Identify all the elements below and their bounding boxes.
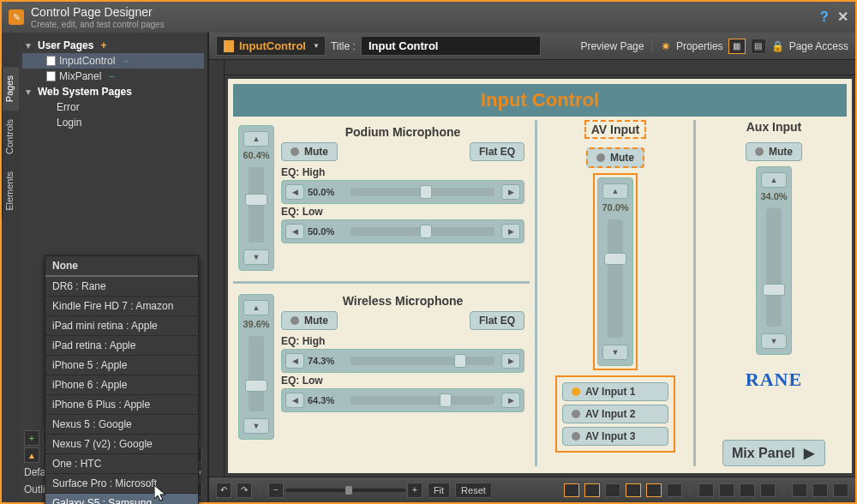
aux-level-fader[interactable]: ▲ 34.0% ▼ (756, 166, 792, 355)
down-button[interactable]: ▼ (602, 345, 628, 360)
distribute-tool[interactable] (719, 483, 734, 497)
close-icon[interactable]: ✕ (836, 10, 848, 22)
device-option[interactable]: Nexus 5 : Google (45, 415, 198, 435)
mute-button[interactable]: Mute (281, 311, 338, 330)
tab-controls[interactable]: Controls (2, 111, 19, 163)
page-tree: ▾ User Pages + InputControl ↔ MixPanel ↔… (19, 33, 207, 135)
add-page-icon[interactable]: + (100, 39, 106, 51)
device-option[interactable]: Kindle Fire HD 7 : Amazon (45, 297, 198, 316)
app-icon: ✎ (9, 9, 24, 25)
size-tool[interactable] (792, 483, 807, 497)
mix-panel-button[interactable]: Mix Panel▶ (722, 440, 825, 466)
tree-web-system[interactable]: ▾ Web System Pages (22, 84, 204, 99)
app-subtitle: Create, edit, and test control pages (31, 20, 165, 29)
device-option[interactable]: iPad mini retina : Apple (45, 316, 198, 336)
main-area: InputControl Title : Preview Page │ ✷ Pr… (209, 33, 855, 502)
zoom-slider[interactable]: − + (268, 483, 423, 498)
tree-item-inputcontrol[interactable]: InputControl ↔ (22, 53, 204, 69)
up-button[interactable]: ▲ (243, 131, 269, 147)
tree-user-pages[interactable]: ▾ User Pages + (22, 38, 204, 53)
av-level-fader[interactable]: ▲ 70.0% ▼ (597, 177, 633, 366)
podium-section: ▲ 60.4% ▼ Podium Microphone (233, 120, 530, 276)
side-tabs: Pages Controls Elements (2, 33, 19, 502)
down-button[interactable]: ▼ (761, 333, 787, 349)
add-button[interactable]: + (24, 430, 39, 446)
device-option[interactable]: iPhone 6 Plus : Apple (45, 395, 198, 415)
device-option[interactable]: One : HTC (45, 454, 198, 474)
device-dropdown[interactable]: None DR6 : Rane Kindle Fire HD 7 : Amazo… (45, 255, 199, 504)
av-source-1[interactable]: AV Input 1 (562, 382, 668, 401)
tree-item-login[interactable]: Login (22, 115, 204, 130)
redo-button[interactable]: ↷ (237, 483, 252, 498)
undo-button[interactable]: ↶ (216, 483, 231, 498)
mute-button[interactable]: Mute (746, 142, 802, 161)
left-panel: ▾ User Pages + InputControl ↔ MixPanel ↔… (19, 33, 209, 502)
page-icon (46, 71, 56, 81)
section-title: AV Input (584, 120, 647, 139)
device-option[interactable]: DR6 : Rane (45, 277, 198, 297)
move-up-button[interactable]: ▲ (24, 447, 39, 463)
up-button[interactable]: ▲ (243, 300, 269, 315)
section-title: Wireless Microphone (281, 294, 524, 308)
up-button[interactable]: ▲ (602, 183, 628, 199)
section-title: Aux Input (746, 120, 802, 134)
wireless-level-fader[interactable]: ▲ 39.6% ▼ (238, 294, 274, 440)
av-source-3[interactable]: AV Input 3 (562, 427, 668, 446)
main-toolbar: InputControl Title : Preview Page │ ✷ Pr… (209, 33, 855, 60)
eq-low-slider[interactable]: ◀50.0%▶ (281, 219, 524, 243)
podium-level-fader[interactable]: ▲ 60.4% ▼ (238, 125, 274, 271)
flat-eq-button[interactable]: Flat EQ (470, 142, 524, 161)
ruler-vertical (209, 60, 225, 477)
size-icon: ↔ (122, 57, 129, 65)
tab-pages[interactable]: Pages (2, 67, 19, 111)
align-tool[interactable] (626, 483, 641, 497)
device-option[interactable]: None (45, 256, 198, 277)
tree-item-mixpanel[interactable]: MixPanel ↔ (22, 69, 204, 84)
align-tool[interactable] (667, 483, 682, 497)
page-selector[interactable]: InputControl (216, 36, 326, 56)
page-access-link[interactable]: Page Access (789, 40, 848, 52)
distribute-tool[interactable] (740, 483, 755, 497)
flat-eq-button[interactable]: Flat EQ (470, 311, 524, 330)
help-icon[interactable]: ? (818, 10, 831, 24)
zoom-reset-button[interactable]: Reset (455, 483, 492, 498)
align-tool[interactable] (646, 483, 662, 497)
preview-page-link[interactable]: Preview Page (580, 40, 644, 52)
device-option[interactable]: iPhone 5 : Apple (45, 356, 198, 375)
down-button[interactable]: ▼ (243, 418, 269, 434)
tree-item-error[interactable]: Error (22, 99, 204, 115)
section-title: Podium Microphone (281, 125, 524, 139)
device-option[interactable]: Surface Pro : Microsoft (45, 474, 198, 494)
size-tool[interactable] (812, 483, 828, 497)
align-tool[interactable] (605, 483, 620, 497)
brand-logo: RANE (746, 369, 802, 391)
device-option[interactable]: Galaxy S5 : Samsung (45, 494, 198, 504)
grid-icon[interactable]: ▤ (751, 39, 766, 54)
eq-high-slider[interactable]: ◀74.3%▶ (281, 349, 524, 373)
design-canvas[interactable]: Input Control ▲ 60.4% (228, 79, 852, 473)
mute-button[interactable]: Mute (281, 142, 338, 161)
device-option[interactable]: iPad retina : Apple (45, 336, 198, 356)
av-source-2[interactable]: AV Input 2 (562, 405, 668, 423)
eq-low-slider[interactable]: ◀64.3%▶ (281, 388, 524, 412)
align-tool[interactable] (584, 483, 600, 497)
device-option[interactable]: Nexus 7 (v2) : Google (45, 435, 198, 454)
distribute-tool[interactable] (698, 483, 714, 497)
app-title: Control Page Designer (31, 5, 165, 19)
up-button[interactable]: ▲ (761, 172, 787, 188)
down-button[interactable]: ▼ (243, 249, 269, 265)
mute-button[interactable]: Mute (586, 147, 644, 168)
page-title-input[interactable] (361, 36, 541, 56)
chevron-down-icon: ▾ (26, 39, 34, 51)
app-window: ✎ Control Page Designer Create, edit, an… (0, 0, 857, 504)
distribute-tool[interactable] (760, 483, 776, 497)
title-label: Title : (331, 40, 356, 52)
size-tool[interactable] (833, 483, 848, 497)
properties-link[interactable]: Properties (676, 40, 723, 52)
zoom-fit-button[interactable]: Fit (428, 483, 450, 498)
align-tool[interactable] (564, 483, 579, 497)
eq-high-slider[interactable]: ◀50.0%▶ (281, 180, 524, 204)
tab-elements[interactable]: Elements (2, 163, 19, 219)
device-option[interactable]: iPhone 6 : Apple (45, 375, 198, 395)
qr-icon[interactable]: ▦ (728, 39, 746, 54)
